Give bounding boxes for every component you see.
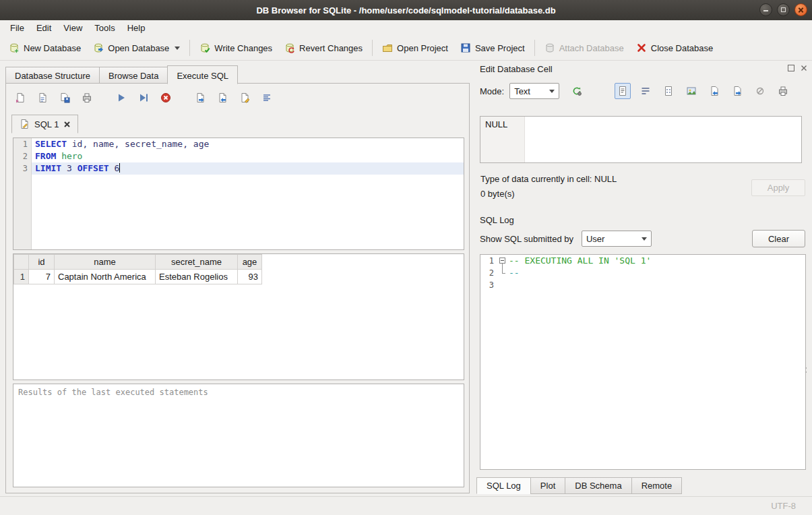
write-changes-icon — [199, 42, 210, 53]
grid-corner[interactable] — [14, 255, 29, 270]
editor-line[interactable]: FROM hero — [32, 150, 464, 162]
save-project-button[interactable]: Save Project — [454, 38, 531, 58]
log-text: -- — [509, 267, 520, 279]
sql-log-filter-combo[interactable]: User — [582, 231, 652, 247]
toolbar-separator — [372, 40, 373, 56]
sql-tab[interactable]: SQL 1 — [11, 115, 78, 133]
maximize-button[interactable] — [777, 3, 790, 16]
sql-tab-icon — [19, 119, 30, 129]
save-sql-file-button[interactable] — [56, 89, 73, 107]
tab-database-structure[interactable]: Database Structure — [5, 67, 100, 84]
fold-marker[interactable] — [497, 255, 509, 267]
editor-line[interactable]: SELECT id, name, secret_name, age — [32, 138, 464, 150]
set-null-button[interactable] — [752, 83, 768, 99]
toolbar-separator — [534, 40, 535, 56]
open-database-dropdown-icon[interactable] — [175, 47, 180, 50]
column-header-age[interactable]: age — [238, 255, 262, 270]
open-sql-file-button[interactable] — [34, 89, 51, 107]
menu-help[interactable]: Help — [121, 21, 152, 35]
sql-log-dock-title: SQL Log — [474, 212, 812, 228]
attach-database-button: Attach Database — [538, 38, 630, 58]
clear-log-button[interactable]: Clear — [752, 230, 805, 247]
import-cell-button[interactable] — [706, 83, 722, 99]
dock-tab-remote[interactable]: Remote — [631, 477, 683, 494]
word-wrap-icon — [640, 86, 651, 96]
format-sql-icon — [261, 92, 272, 103]
dock-tab-bar: SQL Log Plot DB Schema Remote — [476, 477, 681, 494]
sql-log-filter-value: User — [586, 234, 604, 244]
editor-line-current[interactable]: LIMIT 3 OFFSET 6 — [32, 162, 464, 175]
column-header-id[interactable]: id — [29, 255, 55, 270]
fold-collapse-icon[interactable] — [499, 258, 505, 264]
menu-file[interactable]: File — [4, 21, 30, 35]
mode-combo[interactable]: Text — [509, 83, 559, 99]
attach-database-icon — [544, 42, 555, 53]
sql-text: 3 — [61, 163, 77, 173]
dock-tab-sql-log[interactable]: SQL Log — [476, 477, 531, 494]
auto-switch-mode-button[interactable] — [569, 83, 585, 99]
sql-tab-close-icon[interactable] — [63, 121, 71, 128]
import-sql-button[interactable] — [214, 89, 231, 107]
undock-icon[interactable] — [787, 64, 795, 72]
table-row[interactable]: 1 7 Captain North America Esteban Rogeli… — [14, 270, 262, 284]
menubar: File Edit View Tools Help — [0, 20, 812, 36]
close-dock-icon[interactable] — [800, 64, 808, 72]
format-sql-button[interactable] — [258, 89, 276, 107]
write-changes-button[interactable]: Write Changes — [193, 38, 278, 58]
cell-name[interactable]: Captain North America — [55, 270, 156, 284]
minimize-button[interactable] — [759, 3, 772, 16]
attach-database-label: Attach Database — [559, 43, 624, 53]
new-sql-tab-button[interactable] — [11, 89, 29, 107]
open-database-button[interactable]: Open Database — [87, 38, 186, 58]
dock-tab-db-schema[interactable]: DB Schema — [565, 477, 631, 494]
open-project-button[interactable]: Open Project — [376, 38, 454, 58]
set-null-icon — [756, 87, 764, 95]
text-mode-button[interactable] — [615, 83, 631, 99]
menu-view[interactable]: View — [57, 21, 88, 35]
sql-log-view[interactable]: 1 -- EXECUTING ALL IN 'SQL 1' 2 -- 3 — [480, 254, 806, 470]
close-button[interactable] — [794, 3, 807, 16]
revert-changes-button[interactable]: Revert Changes — [278, 38, 369, 58]
autocomplete-button[interactable] — [236, 89, 253, 107]
sql-keyword: OFFSET — [77, 163, 109, 173]
print-cell-button[interactable] — [775, 83, 791, 99]
apply-button[interactable]: Apply — [751, 179, 805, 196]
results-header-row: id name secret_name age — [14, 255, 262, 270]
column-header-secret-name[interactable]: secret_name — [156, 255, 238, 270]
sql-editor[interactable]: 1 2 3 SELECT id, name, secret_name, age … — [13, 138, 464, 250]
menu-edit[interactable]: Edit — [30, 21, 57, 35]
cell-age[interactable]: 93 — [238, 270, 262, 284]
export-sql-button[interactable] — [191, 89, 209, 107]
save-sql-file-icon — [59, 92, 70, 103]
word-wrap-button[interactable] — [637, 83, 654, 99]
sql-tab-label: SQL 1 — [34, 119, 59, 129]
execute-line-button[interactable] — [135, 89, 152, 107]
export-cell-button[interactable] — [729, 83, 745, 99]
sql-log-filter-row: Show SQL submitted by User Clear — [480, 229, 805, 248]
cell-id[interactable]: 7 — [29, 270, 55, 284]
execute-all-button[interactable] — [113, 89, 130, 107]
tab-browse-data[interactable]: Browse Data — [99, 67, 168, 84]
dock-tab-plot[interactable]: Plot — [530, 477, 565, 494]
tab-execute-sql[interactable]: Execute SQL — [167, 65, 238, 84]
editor-code-area[interactable]: SELECT id, name, secret_name, age FROM h… — [32, 138, 464, 249]
close-database-button[interactable]: Close Database — [630, 38, 720, 58]
export-cell-icon — [732, 86, 743, 96]
column-header-name[interactable]: name — [55, 255, 156, 270]
row-header[interactable]: 1 — [14, 270, 29, 284]
new-database-button[interactable]: New Database — [3, 38, 87, 58]
sql-text: id, name, secret_name, age — [67, 139, 209, 149]
fold-marker — [497, 267, 509, 279]
toolbar-separator — [189, 40, 190, 56]
open-database-icon — [93, 42, 104, 53]
binary-mode-button[interactable] — [660, 83, 677, 99]
image-mode-button[interactable] — [683, 83, 699, 99]
cell-editor[interactable]: NULL — [480, 116, 802, 163]
results-message-box[interactable]: Results of the last executed statements — [13, 384, 464, 487]
stop-button[interactable] — [157, 89, 175, 107]
window-titlebar[interactable]: DB Browser for SQLite - /home/user/code/… — [0, 0, 812, 20]
print-button[interactable] — [78, 89, 96, 107]
sql-keyword: LIMIT — [35, 163, 61, 173]
menu-tools[interactable]: Tools — [88, 21, 121, 35]
cell-secret-name[interactable]: Esteban Rogelios — [156, 270, 238, 284]
